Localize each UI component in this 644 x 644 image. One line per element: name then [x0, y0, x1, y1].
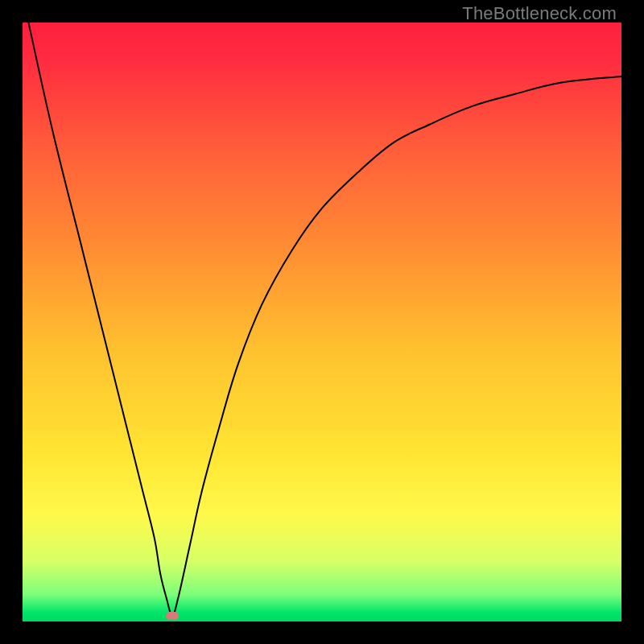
watermark-label: TheBottleneck.com [462, 3, 617, 24]
optimal-point-marker [166, 612, 179, 620]
bottleneck-curve [23, 23, 621, 621]
chart-frame: TheBottleneck.com [0, 0, 644, 644]
plot-area [23, 23, 621, 621]
